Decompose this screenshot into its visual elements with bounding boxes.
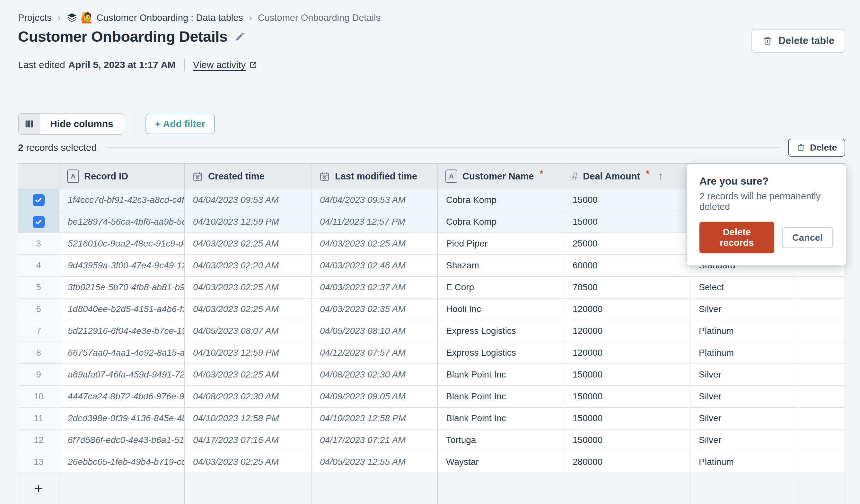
delete-table-button[interactable]: Delete table	[751, 29, 845, 53]
cell-customer[interactable]: Cobra Komp	[438, 189, 564, 211]
cell-record-id[interactable]: 6f7d586f-edc0-4e43-b6a1-518	[59, 430, 185, 451]
cell-customer[interactable]: Blank Point Inc	[438, 386, 564, 407]
cell-amount[interactable]: 120000	[564, 299, 690, 320]
cell-amount[interactable]: 120000	[564, 320, 690, 342]
cell-customer[interactable]: Shazam	[438, 255, 564, 276]
row-checkbox-checked[interactable]	[33, 194, 45, 206]
add-record-button[interactable]: +	[18, 473, 59, 504]
cell-created[interactable]: 04/17/2023 07:16 AM	[185, 430, 312, 451]
cell-plan[interactable]: Silver	[690, 299, 798, 320]
cell-plan[interactable]: Silver	[690, 408, 798, 429]
cell-amount[interactable]: 150000	[564, 364, 690, 385]
column-header-customer-name[interactable]: ACustomer Name*	[438, 164, 564, 189]
column-header-last-modified-time[interactable]: Last modified time	[312, 164, 438, 189]
cell-created[interactable]: 04/10/2023 12:59 PM	[185, 211, 312, 232]
cell-created[interactable]: 04/03/2023 02:20 AM	[185, 255, 312, 276]
cell-plan[interactable]: Silver	[690, 364, 798, 385]
view-activity-link[interactable]: View activity	[193, 59, 258, 70]
cell-customer[interactable]: Pied Piper	[438, 233, 564, 254]
cell-record-id[interactable]: 3fb0215e-5b70-4fb8-ab81-b91	[59, 277, 185, 298]
cancel-button[interactable]: Cancel	[782, 227, 833, 248]
cell-customer[interactable]: Hooli Inc	[438, 299, 564, 320]
row-number-cell[interactable]: 9	[18, 364, 59, 385]
cell-modified[interactable]: 04/03/2023 02:25 AM	[312, 233, 438, 254]
cell-modified[interactable]: 04/03/2023 02:37 AM	[312, 277, 438, 298]
cell-plan[interactable]: Platinum	[690, 342, 798, 363]
cell-modified[interactable]: 04/10/2023 12:58 PM	[312, 408, 438, 429]
cell-record-id[interactable]: 9d43959a-3f00-47e4-9c49-129	[59, 255, 185, 276]
cell-record-id[interactable]: be128974-56ca-4bf6-aa9b-5d8	[59, 211, 185, 232]
breadcrumb-projects[interactable]: Projects	[18, 13, 52, 23]
cell-record-id[interactable]: 5216010c-9aa2-48ec-91c9-d46	[59, 233, 185, 254]
column-header-deal-amount[interactable]: #Deal Amount*↑	[564, 164, 690, 189]
row-number-cell[interactable]: 7	[18, 320, 59, 342]
cell-record-id[interactable]: 1f4ccc7d-bf91-42c3-a8cd-c4f7	[59, 189, 185, 211]
cell-created[interactable]: 04/05/2023 08:07 AM	[185, 320, 312, 342]
cell-created[interactable]: 04/10/2023 12:59 PM	[185, 342, 312, 363]
row-number-cell[interactable]: 6	[18, 299, 59, 320]
row-number-cell[interactable]: 11	[18, 408, 59, 429]
hide-columns-button[interactable]: Hide columns	[18, 113, 124, 135]
delete-records-button[interactable]: Delete records	[699, 222, 774, 253]
cell-record-id[interactable]: 1d8040ee-b2d5-4151-a4b6-f3	[59, 299, 185, 320]
cell-modified[interactable]: 04/05/2023 08:10 AM	[312, 320, 438, 342]
row-number-cell[interactable]: 3	[18, 233, 59, 254]
cell-created[interactable]: 04/10/2023 12:58 PM	[185, 408, 312, 429]
add-filter-button[interactable]: + Add filter	[145, 114, 215, 134]
cell-amount[interactable]: 25000	[564, 233, 690, 254]
cell-amount[interactable]: 15000	[564, 211, 690, 232]
row-checkbox-cell[interactable]	[18, 211, 59, 232]
cell-modified[interactable]: 04/05/2023 12:55 AM	[312, 451, 438, 473]
cell-created[interactable]: 04/03/2023 02:25 AM	[185, 277, 312, 298]
cell-amount[interactable]: 150000	[564, 386, 690, 407]
edit-title-icon[interactable]	[234, 31, 245, 42]
cell-modified[interactable]: 04/04/2023 09:53 AM	[312, 189, 438, 211]
cell-amount[interactable]: 150000	[564, 408, 690, 429]
cell-amount[interactable]: 120000	[564, 342, 690, 363]
cell-customer[interactable]: Waystar	[438, 451, 564, 473]
cell-record-id[interactable]: 4447ca24-8b72-4bd6-976e-90	[59, 386, 185, 407]
row-number-cell[interactable]: 8	[18, 342, 59, 363]
cell-created[interactable]: 04/03/2023 02:25 AM	[185, 299, 312, 320]
cell-amount[interactable]: 280000	[564, 451, 690, 473]
cell-plan[interactable]: Silver	[690, 430, 798, 451]
cell-modified[interactable]: 04/17/2023 07:21 AM	[312, 430, 438, 451]
cell-created[interactable]: 04/03/2023 02:25 AM	[185, 364, 312, 385]
row-checkbox-cell[interactable]	[18, 189, 59, 211]
cell-modified[interactable]: 04/12/2023 07:57 AM	[312, 342, 438, 363]
row-number-cell[interactable]: 13	[18, 451, 59, 473]
cell-plan[interactable]: Platinum	[690, 451, 798, 473]
cell-customer[interactable]: Blank Point Inc	[438, 408, 564, 429]
cell-modified[interactable]: 04/11/2023 12:57 PM	[312, 211, 438, 232]
row-number-cell[interactable]: 5	[18, 277, 59, 298]
cell-modified[interactable]: 04/03/2023 02:35 AM	[312, 299, 438, 320]
row-number-cell[interactable]: 12	[18, 430, 59, 451]
cell-customer[interactable]: Cobra Komp	[438, 211, 564, 232]
cell-created[interactable]: 04/03/2023 02:25 AM	[185, 451, 312, 473]
delete-selected-button[interactable]: Delete	[788, 139, 845, 157]
cell-plan[interactable]: Select	[690, 277, 798, 298]
cell-amount[interactable]: 78500	[564, 277, 690, 298]
cell-amount[interactable]: 60000	[564, 255, 690, 276]
cell-modified[interactable]: 04/08/2023 02:30 AM	[312, 364, 438, 385]
cell-record-id[interactable]: 5d212916-6f04-4e3e-b7ce-196	[59, 320, 185, 342]
cell-customer[interactable]: Tortuga	[438, 430, 564, 451]
cell-created[interactable]: 04/04/2023 09:53 AM	[185, 189, 312, 211]
cell-record-id[interactable]: a69afa07-46fa-459d-9491-722	[59, 364, 185, 385]
cell-customer[interactable]: Express Logistics	[438, 320, 564, 342]
cell-modified[interactable]: 04/03/2023 02:46 AM	[312, 255, 438, 276]
cell-created[interactable]: 04/08/2023 02:30 AM	[185, 386, 312, 407]
row-number-cell[interactable]: 4	[18, 255, 59, 276]
column-header-record-id[interactable]: ARecord ID	[59, 164, 185, 189]
breadcrumb-table-group[interactable]: 🙋 Customer Onboarding : Data tables	[67, 12, 243, 23]
cell-record-id[interactable]: 66757aa0-4aa1-4e92-8a15-ab	[59, 342, 185, 363]
cell-plan[interactable]: Silver	[690, 386, 798, 407]
cell-customer[interactable]: E Corp	[438, 277, 564, 298]
cell-amount[interactable]: 150000	[564, 430, 690, 451]
cell-plan[interactable]: Platinum	[690, 320, 798, 342]
cell-modified[interactable]: 04/09/2023 09:05 AM	[312, 386, 438, 407]
cell-amount[interactable]: 15000	[564, 189, 690, 211]
row-number-cell[interactable]: 10	[18, 386, 59, 407]
cell-record-id[interactable]: 26ebbc65-1feb-49b4-b719-cd	[59, 451, 185, 473]
column-header-created-time[interactable]: Created time	[185, 164, 312, 189]
